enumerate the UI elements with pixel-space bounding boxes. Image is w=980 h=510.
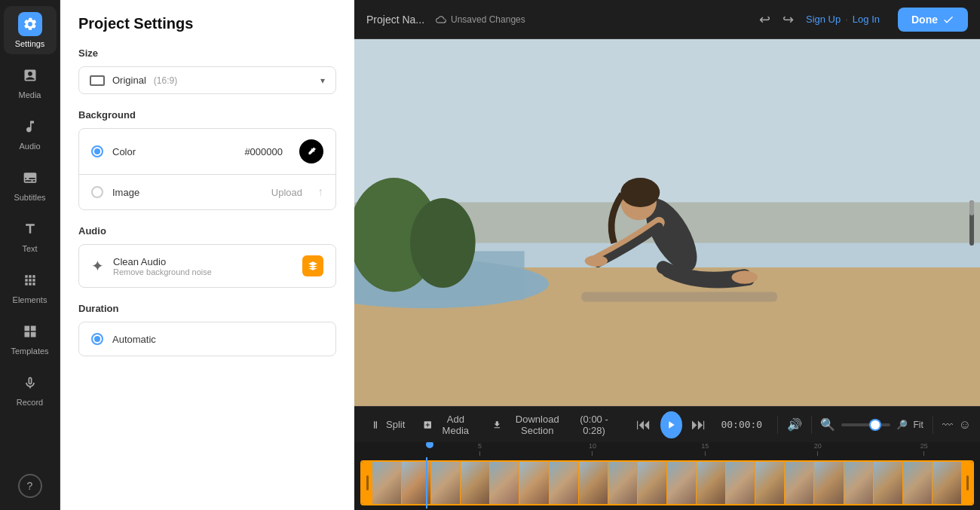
ruler-mark-25: 25 [923,451,924,456]
ruler-mark-15: 15 [705,451,706,456]
frame-cell [550,462,579,504]
background-color-option[interactable]: Color #000000 [79,129,335,175]
play-button[interactable] [660,411,682,438]
color-picker-button[interactable] [299,139,323,163]
settings-panel: Project Settings Size Original (16:9) ▾ … [60,0,354,510]
frame-cell [903,462,933,504]
cursor-head [426,442,433,448]
frame-grid [372,462,962,504]
audio-info: Clean Audio Remove background noise [113,256,293,276]
timeline-ruler: 5 10 15 20 25 [354,442,980,457]
right-side: Project Na... Unsaved Changes ↩ ↪ Sign U… [354,0,980,510]
sidebar-item-templates[interactable]: Templates [4,313,57,362]
background-image-option[interactable]: Image Upload ↑ [79,175,335,209]
ruler-mark-25-line [923,451,924,456]
auth-divider: · [845,14,848,25]
ruler-mark-5-line [479,451,480,456]
audio-title: Clean Audio [113,256,293,267]
zoom-out-button[interactable]: 🔍 [820,417,835,432]
sidebar-item-settings[interactable]: Settings [4,6,57,54]
duration-section: Duration Automatic [78,303,336,356]
video-preview [354,39,980,406]
size-dropdown-left: Original (16:9) [90,75,177,86]
sidebar-item-subtitles[interactable]: Subtitles [4,160,57,208]
waveform-button[interactable]: 〰 [942,419,953,431]
size-dropdown[interactable]: Original (16:9) ▾ [78,66,336,94]
download-button[interactable]: Download Section (0:00 - 0:28) [486,411,621,439]
audio-section: Audio ✦ Clean Audio Remove background no… [78,225,336,288]
undo-redo-group: ↩ ↪ [756,8,797,31]
frame-cell [874,462,903,504]
zoom-slider[interactable] [841,423,890,426]
sidebar-item-audio[interactable]: Audio [4,108,57,157]
skip-forward-button[interactable]: ⏭ [688,413,709,436]
audio-icon-wrap [18,115,42,139]
ruler-mark-15-label: 15 [701,442,709,450]
duration-label: Duration [78,303,336,314]
sign-up-link[interactable]: Sign Up [806,14,841,25]
track-handle-right[interactable] [962,462,972,504]
ruler-mark-20: 20 [817,451,818,456]
undo-button[interactable]: ↩ [756,8,773,31]
upgrade-button[interactable] [302,255,323,276]
sidebar-item-text[interactable]: Text [4,211,57,259]
volume-area: 🔊 [787,417,802,432]
frame-cell [844,462,874,504]
svg-point-11 [731,270,758,283]
emoji-button[interactable]: ☺ [959,418,971,432]
frame-cell [726,462,755,504]
background-label: Background [78,109,336,121]
zoom-thumb [871,420,880,429]
media-icon-wrap [18,63,42,87]
automatic-radio[interactable] [91,333,103,345]
image-radio[interactable] [91,186,103,198]
sidebar-item-record[interactable]: Record [4,365,57,413]
redo-button[interactable]: ↪ [779,8,797,31]
auth-links: Sign Up · Log In [806,14,880,25]
frame-cell [461,462,490,504]
ruler-mark-15-line [705,451,706,456]
ruler-mark-20-label: 20 [814,442,822,450]
timeline-track[interactable] [354,457,980,508]
split-button[interactable]: Split [363,416,411,434]
bottom-toolbar: Split Add Media Download Section (0:00 -… [354,406,980,442]
sparkle-icon: ✦ [91,257,104,275]
track-handle-left[interactable] [362,462,372,504]
timeline[interactable]: 5 10 15 20 25 [354,442,980,510]
track-content[interactable] [360,460,974,505]
sidebar-media-label: Media [19,90,41,99]
sidebar: Settings Media Audio Subtitles [0,0,60,510]
add-media-button[interactable]: Add Media [417,411,479,439]
upgrade-icon [308,261,318,271]
sidebar-audio-label: Audio [19,142,40,151]
background-options: Color #000000 Image Upload ↑ [78,128,336,210]
sidebar-item-elements[interactable]: Elements [4,262,57,310]
volume-button[interactable]: 🔊 [787,417,802,432]
upload-label[interactable]: Upload [271,187,302,198]
top-bar: Project Na... Unsaved Changes ↩ ↪ Sign U… [354,0,980,39]
frame-cell [933,462,962,504]
automatic-label: Automatic [112,334,156,345]
ruler-mark-10-label: 10 [589,442,596,450]
ruler-mark-10: 10 [592,451,593,456]
frame-cell [697,462,726,504]
download-label: Download Section [506,414,568,436]
svg-rect-13 [581,292,777,301]
frame-cell [785,462,814,504]
skip-back-button[interactable]: ⏮ [633,413,654,436]
zoom-in-button[interactable]: 🔎 [896,420,908,430]
frame-cell [372,462,402,504]
frame-cell [519,462,549,504]
frame-cell [667,462,697,504]
log-in-link[interactable]: Log In [853,14,880,25]
sidebar-item-media[interactable]: Media [4,57,57,105]
elements-icon-wrap [18,268,42,292]
background-section: Background Color #000000 Image Upload ↑ [78,109,336,210]
frame-cell [755,462,785,504]
color-radio[interactable] [91,145,103,157]
audio-section-label: Audio [78,225,336,237]
yoga-scene [354,39,980,406]
eyedropper-icon [306,146,317,157]
help-button[interactable]: ? [18,474,42,498]
done-button[interactable]: Done [898,8,968,32]
